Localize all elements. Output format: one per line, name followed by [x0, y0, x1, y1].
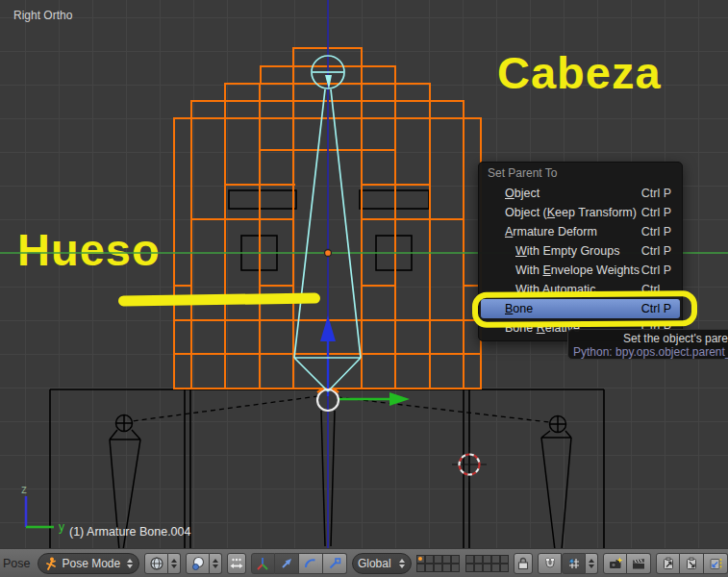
mode-dropdown-label: Pose Mode: [63, 557, 124, 570]
snap-magnet-icon: [542, 556, 558, 571]
viewport-shading-icon: [149, 556, 164, 571]
snap-element-button[interactable]: [562, 553, 586, 574]
translate-manipulator[interactable]: [320, 315, 410, 406]
tooltip-python: Python: bpy.ops.object.parent_se: [568, 345, 728, 359]
paste-pose-icon: [684, 556, 699, 571]
shading-arrows-icon[interactable]: [168, 553, 181, 574]
annotation-cabeza: Cabeza: [497, 50, 662, 95]
3d-cursor[interactable]: [452, 447, 487, 482]
layer-cell[interactable]: [483, 564, 491, 572]
annotation-hueso: Hueso: [17, 227, 161, 272]
right-shoulder-bone[interactable]: [541, 415, 571, 548]
layer-cell[interactable]: [434, 564, 442, 572]
copy-pose-icon: [661, 556, 676, 571]
view-name-label: Right Ortho: [13, 9, 72, 22]
pose-menu[interactable]: Pose: [3, 557, 31, 570]
layer-cell[interactable]: [442, 555, 451, 564]
snap-magnet-button[interactable]: [538, 553, 562, 574]
paste-flipped-pose-button[interactable]: [704, 553, 728, 574]
menu-item-armature-deform[interactable]: Armature DeformCtrl P: [481, 222, 680, 241]
active-bone[interactable]: [294, 56, 361, 391]
layer-cell[interactable]: [500, 564, 509, 572]
snap-combo: [538, 553, 598, 574]
annotation-highlight-box: [472, 290, 697, 328]
layer-cell[interactable]: [483, 555, 491, 564]
blender-window: Right Ortho Cabeza Hueso: [0, 0, 728, 577]
annotation-underline: [118, 293, 320, 307]
pose-mode-icon: [43, 556, 59, 571]
layer-cell[interactable]: [465, 555, 474, 564]
manipulator-type-group: [251, 553, 347, 574]
render-group: [603, 553, 651, 574]
orientation-arrows-icon: [399, 559, 405, 568]
copy-pose-button[interactable]: [656, 553, 680, 574]
menu-title: Set Parent To: [479, 163, 682, 184]
pivot-combo: [186, 553, 222, 574]
layer-cell[interactable]: [416, 564, 425, 572]
paste-pose-button[interactable]: [680, 553, 704, 574]
center-lower-bone[interactable]: [321, 411, 335, 546]
bone-relationship-lines: [132, 396, 549, 422]
translate-manipulator-button[interactable]: [275, 553, 299, 574]
scale-manipulator-icon: [327, 556, 342, 571]
viewport-shading-button[interactable]: [144, 553, 168, 574]
manipulator-toggle-button[interactable]: [227, 553, 246, 574]
scale-manipulator-button[interactable]: [323, 553, 347, 574]
snap-element-icon: [566, 556, 582, 571]
viewport-shading-combo: [144, 553, 181, 574]
render-camera-icon: [608, 556, 623, 571]
layer-grid: [465, 555, 509, 572]
render-animation-icon: [631, 556, 646, 571]
layer-cell[interactable]: [500, 555, 509, 564]
snap-arrows-icon[interactable]: [586, 553, 598, 574]
layer-cell[interactable]: [416, 555, 425, 564]
rotate-manipulator-button[interactable]: [299, 553, 323, 574]
layer-grid: [416, 555, 460, 572]
active-bone-root[interactable]: [317, 389, 339, 411]
layer-cell[interactable]: [425, 564, 434, 572]
head-mesh[interactable]: [174, 48, 481, 389]
mode-dropdown[interactable]: Pose Mode: [38, 553, 140, 574]
axis-mini-widget: [26, 496, 54, 527]
active-object-label: (1) Armature Bone.004: [69, 525, 190, 539]
layer-cell[interactable]: [474, 555, 483, 564]
manipulator-axes-button[interactable]: [251, 553, 275, 574]
lock-to-scene-icon: [515, 556, 531, 571]
layer-cell[interactable]: [465, 564, 474, 572]
layer-cell[interactable]: [491, 564, 500, 572]
layer-cell[interactable]: [442, 564, 451, 572]
layer-cell[interactable]: [474, 564, 483, 572]
layers-widget: [416, 555, 509, 572]
tooltip: Set the object's paren Python: bpy.ops.o…: [567, 329, 728, 360]
menu-item-with-envelope-weights[interactable]: With Envelope WeightsCtrl P: [481, 261, 680, 280]
dropdown-arrows-icon: [127, 559, 133, 568]
manipulator-axes-icon: [255, 556, 270, 571]
axis-z-label: z: [21, 483, 27, 496]
orientation-label: Global: [358, 557, 396, 570]
menu-item-object[interactable]: ObjectCtrl P: [481, 184, 680, 203]
render-camera-button[interactable]: [603, 553, 627, 574]
layer-cell[interactable]: [451, 555, 460, 564]
pivot-arrows-icon[interactable]: [210, 553, 222, 574]
pivot-point-icon: [190, 556, 206, 571]
pivot-point-button[interactable]: [186, 553, 210, 574]
layer-cell[interactable]: [425, 555, 434, 564]
tooltip-description: Set the object's paren: [568, 330, 728, 345]
rotate-manipulator-icon: [303, 556, 318, 571]
pose-copy-group: [656, 553, 728, 574]
lock-to-scene-button[interactable]: [514, 553, 533, 574]
menu-item-object-keep-transform[interactable]: Object (Keep Transform)Ctrl P: [481, 203, 680, 222]
translate-manipulator-icon: [279, 556, 294, 571]
layer-cell[interactable]: [451, 564, 460, 572]
viewport-header: Pose Pose Mode: [0, 548, 728, 577]
orientation-dropdown[interactable]: Global: [352, 553, 413, 574]
menu-item-with-empty-groups[interactable]: With Empty GroupsCtrl P: [481, 241, 680, 261]
origin-dot[interactable]: [325, 250, 332, 257]
render-animation-button[interactable]: [627, 553, 651, 574]
layer-cell[interactable]: [434, 555, 442, 564]
manipulator-toggle-icon: [229, 556, 244, 571]
paste-flipped-pose-icon: [708, 556, 723, 571]
layer-cell[interactable]: [491, 555, 500, 564]
axis-y-label: y: [59, 520, 64, 534]
3d-viewport[interactable]: Right Ortho Cabeza Hueso: [0, 0, 728, 548]
